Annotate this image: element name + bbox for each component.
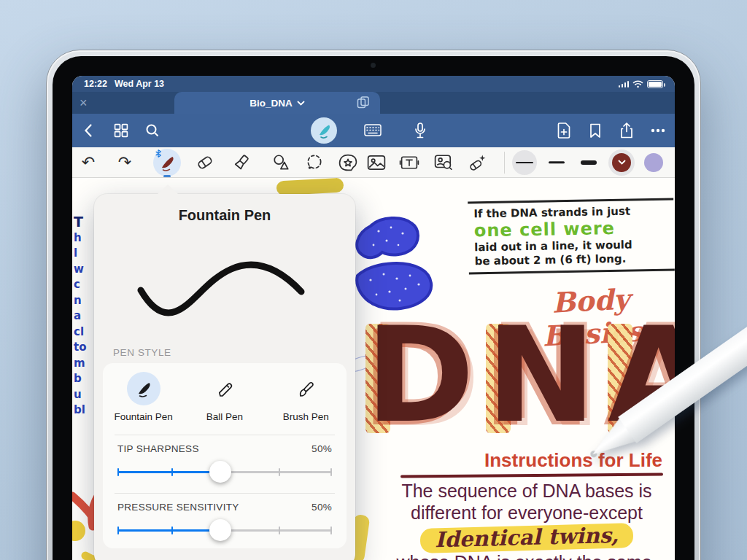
- sticker-button[interactable]: [338, 153, 358, 172]
- pen-style-section-label: PEN STYLE: [113, 347, 171, 358]
- pen-style-fountain[interactable]: Fountain Pen: [107, 372, 180, 422]
- smart-pen-button[interactable]: [468, 153, 487, 172]
- shapes-button[interactable]: [272, 153, 291, 172]
- highlighter-button[interactable]: [232, 153, 251, 172]
- undo-button[interactable]: ↶: [82, 155, 95, 171]
- dna-letter: N: [486, 314, 596, 438]
- tool-toolbar: ↶ ↷: [72, 147, 675, 178]
- eraser-button[interactable]: [196, 153, 214, 172]
- tip-sharpness-block: TIP SHARPNESS 50%: [117, 443, 332, 483]
- divider: [115, 493, 335, 494]
- ipad-device: 12:22 Wed Apr 13: [46, 50, 701, 560]
- image-button[interactable]: [367, 155, 386, 171]
- note-line: be about 2 m (6 ft) long.: [474, 252, 668, 269]
- tab-bar: × Bio_DNA: [72, 92, 675, 114]
- stroke-thin-button[interactable]: [512, 150, 537, 175]
- cellular-signal-icon: [619, 80, 630, 88]
- status-date: Wed Apr 13: [115, 79, 164, 89]
- status-time: 12:22: [84, 79, 107, 89]
- lasso-button[interactable]: [305, 153, 324, 172]
- add-page-button[interactable]: [557, 122, 571, 139]
- highlighted-script-text: Identical twins,: [419, 523, 633, 553]
- bookmark-button[interactable]: [589, 123, 601, 139]
- fountain-pen-icon: [127, 372, 160, 405]
- color-purple-swatch[interactable]: [644, 153, 663, 172]
- pressure-sensitivity-slider[interactable]: [117, 520, 332, 542]
- slider-thumb[interactable]: [209, 461, 231, 483]
- chevron-down-icon: [297, 101, 305, 106]
- note-page: Th lw cn acl tom bu bl: [72, 178, 675, 560]
- popover-title: Fountain Pen: [94, 207, 355, 224]
- brush-pen-icon: [289, 372, 322, 405]
- share-button[interactable]: [620, 122, 634, 139]
- ipad-bezel: 12:22 Wed Apr 13: [53, 56, 694, 560]
- pen-style-brush[interactable]: Brush Pen: [269, 372, 342, 422]
- toolbar-divider: [504, 152, 505, 174]
- subtitle-underline: [400, 472, 663, 478]
- pressure-sensitivity-value: 50%: [311, 502, 332, 513]
- tab-title: Bio_DNA: [249, 98, 293, 109]
- more-button[interactable]: [651, 128, 665, 133]
- tip-sharpness-slider[interactable]: [117, 462, 332, 483]
- boxed-handwritten-note: If the DNA strands in just one cell were…: [468, 198, 675, 275]
- color-red-swatch[interactable]: [608, 149, 635, 176]
- wifi-icon: [632, 80, 643, 88]
- microphone-button[interactable]: [414, 122, 426, 139]
- divider: [115, 435, 335, 435]
- bluetooth-icon: [155, 149, 162, 158]
- nav-toolbar: [72, 114, 675, 147]
- front-camera: [371, 63, 376, 68]
- paragraph-line: whose DNA is exactly the same.: [384, 551, 669, 560]
- dna-paragraph: The sequence of DNA bases is different f…: [384, 480, 669, 560]
- search-button[interactable]: [146, 124, 160, 138]
- close-tab-icon[interactable]: ×: [80, 95, 88, 111]
- pages-icon[interactable]: [357, 96, 370, 109]
- popover-arrow: [157, 184, 179, 195]
- keyboard-button[interactable]: [364, 124, 382, 137]
- ball-pen-icon: [208, 372, 241, 405]
- tab-bio-dna[interactable]: Bio_DNA: [174, 92, 380, 114]
- dna-letter: D: [365, 314, 474, 438]
- pen-tool-button[interactable]: [153, 149, 181, 176]
- stroke-medium-button[interactable]: [549, 161, 565, 164]
- pen-style-ball[interactable]: Ball Pen: [188, 372, 261, 422]
- tip-sharpness-label: TIP SHARPNESS: [117, 443, 199, 454]
- back-button[interactable]: [85, 124, 93, 138]
- slider-thumb[interactable]: [209, 519, 231, 541]
- scene: 12:22 Wed Apr 13: [0, 0, 747, 560]
- pen-style-row: Fountain Pen Ball Pen: [103, 372, 347, 422]
- tip-sharpness-value: 50%: [311, 443, 332, 454]
- dna-subtitle: Instructions for Life: [475, 449, 672, 472]
- clipped-handwriting-column: Th lw cn acl tom bu bl: [74, 214, 94, 419]
- battery-icon: [647, 80, 663, 88]
- stroke-thick-button[interactable]: [581, 160, 597, 165]
- paragraph-line: different for everyone-except: [384, 502, 669, 524]
- yellow-doodle: [276, 178, 344, 196]
- status-bar: 12:22 Wed Apr 13: [72, 76, 675, 92]
- pen-mode-icon: [311, 117, 337, 144]
- pen-settings-card: Fountain Pen Ball Pen: [103, 363, 347, 548]
- thumbnails-grid-button[interactable]: [115, 124, 128, 138]
- stroke-preview: [116, 245, 335, 340]
- pen-settings-popover: Fountain Pen PEN STYLE: [94, 194, 355, 560]
- ipad-screen: 12:22 Wed Apr 13: [72, 76, 675, 560]
- pressure-sensitivity-block: PRESSURE SENSITIVITY 50%: [117, 502, 332, 542]
- text-box-button[interactable]: [400, 155, 419, 170]
- image-search-button[interactable]: [434, 154, 453, 171]
- pressure-sensitivity-label: PRESSURE SENSITIVITY: [117, 502, 239, 513]
- paragraph-line: The sequence of DNA bases is: [384, 480, 669, 502]
- pen-mode-button[interactable]: [311, 117, 337, 144]
- redo-button[interactable]: ↷: [118, 155, 131, 171]
